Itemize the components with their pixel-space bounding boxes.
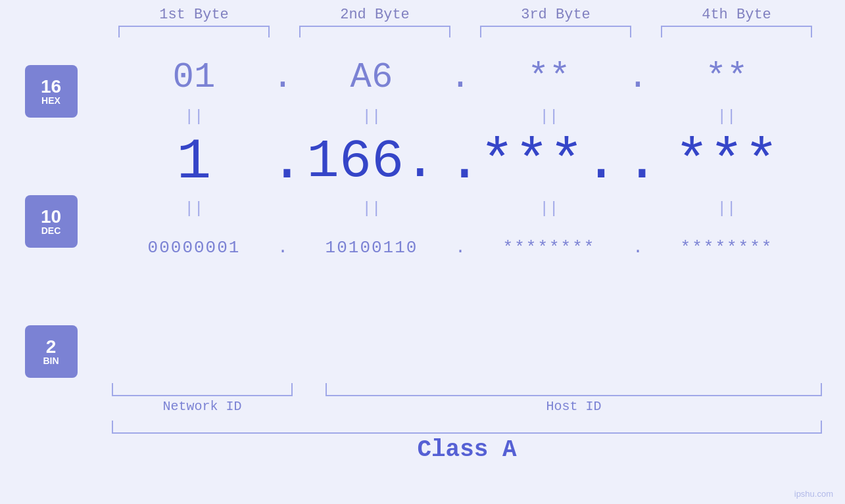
labels-row: Network ID Host ID [112,399,822,414]
bracket-top-4 [661,26,812,37]
class-bracket [112,421,822,434]
hex-byte3: ** [473,57,625,97]
dec-dot1: . [270,133,296,191]
hex-byte1: 01 [118,57,270,97]
hex-dot1: . [270,57,296,97]
hex-badge: 16 HEX [25,65,78,118]
eq-row-1: || || || || [118,103,845,129]
dec-byte4: *** [651,133,802,191]
bottom-brackets [112,383,822,396]
dec-byte3: ***. [473,133,625,191]
main-container: 1st Byte 2nd Byte 3rd Byte 4th Byte 16 H… [0,0,845,504]
dec-byte2: 166. [296,135,447,189]
bin-byte3: ******** [473,238,625,258]
hex-byte4: ** [651,57,802,97]
eq1-b1: || [118,108,270,126]
eq1-b2: || [296,108,447,126]
top-brackets [104,26,827,37]
class-bracket-wrap [112,421,845,434]
bin-byte1: 00000001 [118,238,270,258]
col-header-1: 1st Byte [112,7,276,23]
hex-badge-base: HEX [41,96,60,105]
dec-badge-num: 10 [41,208,61,226]
bin-byte4: ******** [651,238,802,258]
bin-row: 00000001 . 10100110 . ******** . *******… [118,221,845,274]
bracket-top-1 [118,26,270,37]
bin-byte2: 10100110 [296,238,447,258]
dec-dot2: . [447,133,473,191]
eq2-b4: || [651,200,802,218]
main-grid: 16 HEX 10 DEC 2 BIN 01 . A6 . ** [0,51,845,378]
bracket-netid [112,383,293,396]
column-headers: 1st Byte 2nd Byte 3rd Byte 4th Byte [104,7,827,26]
dec-row: 1 . 166. . ***. . *** [118,129,845,195]
bin-dot1: . [270,238,296,258]
hex-row: 01 . A6 . ** . ** [118,51,845,103]
eq2-b3: || [473,200,625,218]
bracket-hostid [326,383,822,396]
eq2-b1: || [118,200,270,218]
col-header-2: 2nd Byte [293,7,457,23]
bin-badge-num: 2 [46,338,57,356]
data-grid: 01 . A6 . ** . ** || || || || 1 . [92,51,845,274]
dec-badge: 10 DEC [25,195,78,248]
dec-byte1: 1 [118,133,270,191]
col-header-3: 3rd Byte [473,7,638,23]
bin-dot3: . [625,238,651,258]
class-label-row: Class A [112,436,822,463]
bottom-area: Network ID Host ID Class A [0,383,845,463]
bracket-top-2 [299,26,450,37]
hex-dot2: . [447,57,473,97]
hex-dot3: . [625,57,651,97]
bin-dot2: . [447,238,473,258]
eq2-b2: || [296,200,447,218]
eq-row-2: || || || || [118,195,845,221]
dec-badge-base: DEC [41,226,61,235]
watermark: ipshu.com [794,489,833,499]
network-id-label: Network ID [112,399,293,414]
dec-dot3: . [625,133,651,191]
eq1-b3: || [473,108,625,126]
bracket-top-3 [480,26,631,37]
eq1-b4: || [651,108,802,126]
col-header-4: 4th Byte [654,7,819,23]
bin-badge-base: BIN [43,356,59,365]
hex-byte2: A6 [296,57,447,97]
host-id-label: Host ID [326,399,822,414]
class-label: Class A [417,436,516,463]
hex-badge-num: 16 [41,78,61,96]
bin-badge: 2 BIN [25,325,78,378]
badges-column: 16 HEX 10 DEC 2 BIN [0,51,92,378]
